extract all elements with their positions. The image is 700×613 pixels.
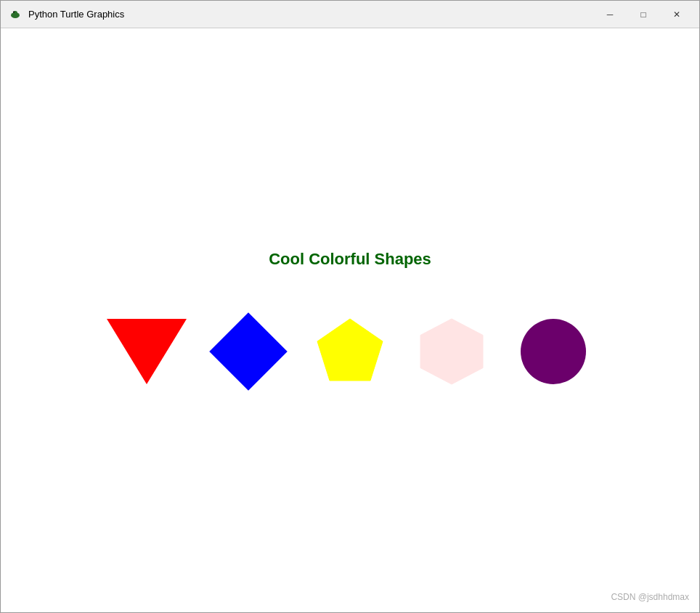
maximize-button[interactable]: □: [627, 3, 660, 26]
diamond-container: [208, 312, 288, 391]
main-window: Python Turtle Graphics ─ □ ✕ Cool Colorf…: [0, 0, 700, 613]
svg-marker-4: [420, 319, 483, 384]
triangle-container: [107, 312, 187, 391]
diamond-shape: [209, 312, 287, 390]
triangle-shape: [107, 319, 187, 384]
canvas-heading: Cool Colorful Shapes: [269, 250, 431, 269]
titlebar: Python Turtle Graphics ─ □ ✕: [1, 1, 699, 28]
turtle-icon: [8, 7, 23, 22]
pentagon-container: [310, 312, 390, 391]
svg-marker-3: [317, 319, 383, 381]
canvas-area: Cool Colorful Shapes: [1, 28, 699, 612]
hexagon-shape: [415, 315, 488, 388]
circle-container: [513, 312, 593, 391]
circle-shape: [521, 319, 586, 384]
minimize-button[interactable]: ─: [593, 3, 627, 26]
pentagon-shape: [314, 315, 386, 388]
svg-point-2: [13, 11, 15, 12]
watermark: CSDN @jsdhhdmax: [611, 592, 689, 602]
titlebar-controls: ─ □ ✕: [593, 3, 693, 26]
window-title: Python Turtle Graphics: [28, 9, 124, 20]
titlebar-left: Python Turtle Graphics: [8, 7, 124, 22]
hexagon-container: [412, 312, 492, 391]
shapes-row: [107, 312, 593, 391]
close-button[interactable]: ✕: [660, 3, 693, 26]
